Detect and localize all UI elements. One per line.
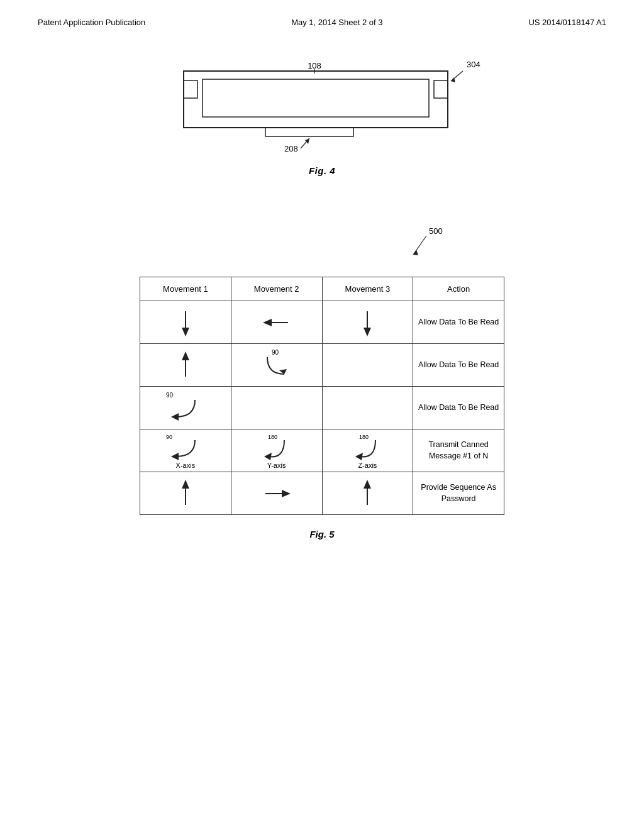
fig4-label: Fig. 4 <box>309 165 335 176</box>
cell-r2-m2: 90 <box>231 344 322 387</box>
svg-marker-29 <box>171 453 179 460</box>
cell-r4-m1: 90 X-axis <box>140 429 231 472</box>
col-header-movement2: Movement 2 <box>231 277 322 301</box>
row4-m2-label: Y-axis <box>267 462 286 469</box>
svg-marker-39 <box>364 480 371 489</box>
svg-rect-3 <box>434 80 448 98</box>
cell-r2-m3 <box>322 344 413 387</box>
svg-text:180: 180 <box>359 434 369 440</box>
cell-r5-m2 <box>231 472 322 515</box>
fig5-top-area: 500 <box>140 226 504 264</box>
svg-marker-17 <box>182 328 189 336</box>
cell-r4-m3: 180 Z-axis <box>322 429 413 472</box>
cell-r4-action: Transmit Canned Message #1 of N <box>413 429 504 472</box>
cell-r4-m2: 180 Y-axis <box>231 429 322 472</box>
svg-marker-31 <box>264 453 272 460</box>
svg-rect-1 <box>203 79 429 117</box>
cell-r1-m2 <box>231 301 322 344</box>
col-header-movement1: Movement 1 <box>140 277 231 301</box>
svg-text:90: 90 <box>166 392 174 399</box>
cell-r5-m3 <box>322 472 413 515</box>
row4-m3-label: Z-axis <box>358 462 377 469</box>
svg-text:500: 500 <box>429 226 443 236</box>
svg-marker-37 <box>282 490 291 497</box>
header-middle: May 1, 2014 Sheet 2 of 3 <box>291 18 382 27</box>
svg-text:208: 208 <box>284 144 298 153</box>
svg-marker-33 <box>355 453 363 460</box>
table-row: 90 <box>140 387 504 429</box>
svg-text:108: 108 <box>308 61 321 70</box>
cell-r3-action: Allow Data To Be Read <box>413 387 504 429</box>
table-row: 90 Allow Data To Be Read <box>140 344 504 387</box>
cell-r1-action: Allow Data To Be Read <box>413 301 504 344</box>
row4-m1-label: X-axis <box>176 462 196 469</box>
svg-marker-27 <box>171 413 179 421</box>
fig5-section: 500 Movement 1 Movement 2 Movement 3 Act… <box>0 226 644 540</box>
cell-r1-m1 <box>140 301 231 344</box>
cell-r2-m1 <box>140 344 231 387</box>
col-header-movement3: Movement 3 <box>322 277 413 301</box>
svg-marker-23 <box>182 351 189 360</box>
svg-text:90: 90 <box>272 349 279 356</box>
page-header: Patent Application Publication May 1, 20… <box>0 0 644 27</box>
cell-r3-m3 <box>322 387 413 429</box>
svg-text:180: 180 <box>268 434 277 440</box>
fig5-label: Fig. 5 <box>309 529 334 540</box>
svg-text:90: 90 <box>166 434 172 440</box>
cell-r3-m2 <box>231 387 322 429</box>
table-header-row: Movement 1 Movement 2 Movement 3 Action <box>140 277 504 301</box>
header-left: Patent Application Publication <box>38 18 145 27</box>
svg-text:304: 304 <box>467 60 480 69</box>
col-header-action: Action <box>413 277 504 301</box>
fig4-diagram: 108 304 208 <box>146 58 498 159</box>
header-right: US 2014/0118147 A1 <box>528 18 606 27</box>
svg-marker-21 <box>364 328 371 336</box>
svg-marker-19 <box>263 319 272 326</box>
table-row: 90 X-axis 180 <box>140 429 504 472</box>
table-row: Provide Sequence As Password <box>140 472 504 515</box>
fig5-table-wrap: Movement 1 Movement 2 Movement 3 Action <box>140 277 504 515</box>
svg-rect-4 <box>265 128 353 136</box>
cell-r1-m3 <box>322 301 413 344</box>
svg-rect-2 <box>184 80 197 98</box>
cell-r5-m1 <box>140 472 231 515</box>
fig5-table: Movement 1 Movement 2 Movement 3 Action <box>140 277 504 515</box>
cell-r3-m1: 90 <box>140 387 231 429</box>
svg-marker-35 <box>182 480 189 489</box>
cell-r5-action: Provide Sequence As Password <box>413 472 504 515</box>
cell-r2-action: Allow Data To Be Read <box>413 344 504 387</box>
table-row: Allow Data To Be Read <box>140 301 504 344</box>
fig4-section: 108 304 208 Fig. 4 <box>0 58 644 176</box>
